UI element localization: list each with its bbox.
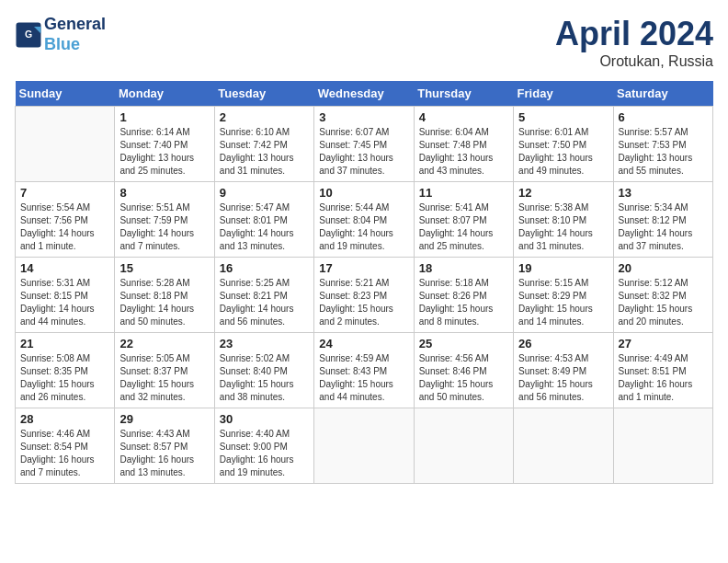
day-info: Sunrise: 5:25 AMSunset: 8:21 PMDaylight:… xyxy=(220,277,309,328)
calendar-cell: 20Sunrise: 5:12 AMSunset: 8:32 PMDayligh… xyxy=(613,258,712,333)
calendar-cell: 11Sunrise: 5:41 AMSunset: 8:07 PMDayligh… xyxy=(414,182,513,258)
calendar-cell: 2Sunrise: 6:10 AMSunset: 7:42 PMDaylight… xyxy=(214,107,313,182)
day-number: 2 xyxy=(220,110,309,124)
calendar-cell: 14Sunrise: 5:31 AMSunset: 8:15 PMDayligh… xyxy=(16,258,115,333)
calendar-cell: 19Sunrise: 5:15 AMSunset: 8:29 PMDayligh… xyxy=(514,258,613,333)
calendar-cell: 21Sunrise: 5:08 AMSunset: 8:35 PMDayligh… xyxy=(16,333,115,408)
week-row-4: 21Sunrise: 5:08 AMSunset: 8:35 PMDayligh… xyxy=(16,333,713,408)
month-title: April 2024 xyxy=(555,15,713,53)
calendar-cell: 13Sunrise: 5:34 AMSunset: 8:12 PMDayligh… xyxy=(613,182,712,258)
weekday-header-saturday: Saturday xyxy=(613,81,712,107)
calendar-cell: 8Sunrise: 5:51 AMSunset: 7:59 PMDaylight… xyxy=(115,182,214,258)
svg-text:G: G xyxy=(25,29,32,40)
day-info: Sunrise: 6:04 AMSunset: 7:48 PMDaylight:… xyxy=(419,126,508,178)
day-number: 5 xyxy=(518,110,608,124)
day-number: 7 xyxy=(20,186,109,200)
weekday-header-thursday: Thursday xyxy=(414,81,513,107)
calendar-cell: 26Sunrise: 4:53 AMSunset: 8:49 PMDayligh… xyxy=(514,333,613,408)
day-number: 26 xyxy=(518,337,608,350)
day-info: Sunrise: 6:07 AMSunset: 7:45 PMDaylight:… xyxy=(319,126,408,178)
day-number: 3 xyxy=(319,110,408,124)
calendar-cell xyxy=(414,408,513,484)
day-info: Sunrise: 5:34 AMSunset: 8:12 PMDaylight:… xyxy=(619,201,708,253)
weekday-header-row: SundayMondayTuesdayWednesdayThursdayFrid… xyxy=(16,81,713,107)
day-number: 1 xyxy=(119,110,209,124)
day-info: Sunrise: 5:02 AMSunset: 8:40 PMDaylight:… xyxy=(220,352,309,404)
day-info: Sunrise: 5:18 AMSunset: 8:26 PMDaylight:… xyxy=(419,277,508,328)
day-info: Sunrise: 5:41 AMSunset: 8:07 PMDaylight:… xyxy=(419,201,508,253)
day-number: 18 xyxy=(419,261,508,275)
day-number: 12 xyxy=(518,186,608,200)
calendar-cell: 4Sunrise: 6:04 AMSunset: 7:48 PMDaylight… xyxy=(414,107,513,182)
calendar-cell: 30Sunrise: 4:40 AMSunset: 9:00 PMDayligh… xyxy=(214,408,313,484)
week-row-1: 1Sunrise: 6:14 AMSunset: 7:40 PMDaylight… xyxy=(16,107,713,182)
day-number: 21 xyxy=(20,337,109,350)
weekday-header-sunday: Sunday xyxy=(16,81,115,107)
calendar-cell: 27Sunrise: 4:49 AMSunset: 8:51 PMDayligh… xyxy=(613,333,712,408)
calendar-cell: 24Sunrise: 4:59 AMSunset: 8:43 PMDayligh… xyxy=(314,333,414,408)
day-info: Sunrise: 5:51 AMSunset: 7:59 PMDaylight:… xyxy=(119,201,209,253)
calendar-cell xyxy=(514,408,613,484)
calendar-cell: 7Sunrise: 5:54 AMSunset: 7:56 PMDaylight… xyxy=(16,182,115,258)
calendar-cell: 16Sunrise: 5:25 AMSunset: 8:21 PMDayligh… xyxy=(214,258,313,333)
day-number: 9 xyxy=(220,186,309,200)
day-info: Sunrise: 5:12 AMSunset: 8:32 PMDaylight:… xyxy=(619,277,708,328)
week-row-3: 14Sunrise: 5:31 AMSunset: 8:15 PMDayligh… xyxy=(16,258,713,333)
calendar-cell: 23Sunrise: 5:02 AMSunset: 8:40 PMDayligh… xyxy=(214,333,313,408)
day-number: 22 xyxy=(119,337,209,350)
calendar-cell xyxy=(314,408,414,484)
day-info: Sunrise: 4:53 AMSunset: 8:49 PMDaylight:… xyxy=(518,352,608,404)
calendar-cell: 17Sunrise: 5:21 AMSunset: 8:23 PMDayligh… xyxy=(314,258,414,333)
day-number: 20 xyxy=(619,261,708,275)
day-info: Sunrise: 4:46 AMSunset: 8:54 PMDaylight:… xyxy=(20,428,109,479)
day-info: Sunrise: 5:05 AMSunset: 8:37 PMDaylight:… xyxy=(119,352,209,404)
calendar-cell xyxy=(16,107,115,182)
calendar-cell: 6Sunrise: 5:57 AMSunset: 7:53 PMDaylight… xyxy=(613,107,712,182)
day-info: Sunrise: 6:01 AMSunset: 7:50 PMDaylight:… xyxy=(518,126,608,178)
day-number: 14 xyxy=(20,261,109,275)
day-number: 17 xyxy=(319,261,408,275)
day-number: 30 xyxy=(220,412,309,426)
day-number: 10 xyxy=(319,186,408,200)
calendar-cell: 10Sunrise: 5:44 AMSunset: 8:04 PMDayligh… xyxy=(314,182,414,258)
day-info: Sunrise: 4:43 AMSunset: 8:57 PMDaylight:… xyxy=(119,428,209,479)
logo-icon: G xyxy=(15,21,42,49)
day-info: Sunrise: 4:59 AMSunset: 8:43 PMDaylight:… xyxy=(319,352,408,404)
weekday-header-wednesday: Wednesday xyxy=(314,81,414,107)
day-number: 19 xyxy=(518,261,608,275)
calendar-cell: 3Sunrise: 6:07 AMSunset: 7:45 PMDaylight… xyxy=(314,107,414,182)
calendar-table: SundayMondayTuesdayWednesdayThursdayFrid… xyxy=(15,81,713,484)
day-number: 15 xyxy=(119,261,209,275)
day-info: Sunrise: 5:28 AMSunset: 8:18 PMDaylight:… xyxy=(119,277,209,328)
day-info: Sunrise: 5:54 AMSunset: 7:56 PMDaylight:… xyxy=(20,201,109,253)
day-number: 23 xyxy=(220,337,309,350)
logo-text: GeneralBlue xyxy=(44,15,106,54)
weekday-header-friday: Friday xyxy=(514,81,613,107)
day-info: Sunrise: 5:44 AMSunset: 8:04 PMDaylight:… xyxy=(319,201,408,253)
day-number: 28 xyxy=(20,412,109,426)
calendar-cell: 25Sunrise: 4:56 AMSunset: 8:46 PMDayligh… xyxy=(414,333,513,408)
calendar-cell: 28Sunrise: 4:46 AMSunset: 8:54 PMDayligh… xyxy=(16,408,115,484)
calendar-cell: 22Sunrise: 5:05 AMSunset: 8:37 PMDayligh… xyxy=(115,333,214,408)
day-number: 16 xyxy=(220,261,309,275)
day-info: Sunrise: 6:10 AMSunset: 7:42 PMDaylight:… xyxy=(220,126,309,178)
day-info: Sunrise: 5:15 AMSunset: 8:29 PMDaylight:… xyxy=(518,277,608,328)
day-info: Sunrise: 5:57 AMSunset: 7:53 PMDaylight:… xyxy=(619,126,708,178)
day-number: 27 xyxy=(619,337,708,350)
day-info: Sunrise: 5:31 AMSunset: 8:15 PMDaylight:… xyxy=(20,277,109,328)
day-number: 29 xyxy=(119,412,209,426)
day-number: 6 xyxy=(619,110,708,124)
day-number: 25 xyxy=(419,337,508,350)
day-info: Sunrise: 5:38 AMSunset: 8:10 PMDaylight:… xyxy=(518,201,608,253)
logo: G GeneralBlue xyxy=(15,15,106,54)
day-info: Sunrise: 4:56 AMSunset: 8:46 PMDaylight:… xyxy=(419,352,508,404)
page-header: G GeneralBlue April 2024 Orotukan, Russi… xyxy=(15,15,713,70)
day-number: 4 xyxy=(419,110,508,124)
calendar-cell: 5Sunrise: 6:01 AMSunset: 7:50 PMDaylight… xyxy=(514,107,613,182)
calendar-cell: 29Sunrise: 4:43 AMSunset: 8:57 PMDayligh… xyxy=(115,408,214,484)
weekday-header-tuesday: Tuesday xyxy=(214,81,313,107)
day-number: 24 xyxy=(319,337,408,350)
title-block: April 2024 Orotukan, Russia xyxy=(555,15,713,70)
day-info: Sunrise: 5:21 AMSunset: 8:23 PMDaylight:… xyxy=(319,277,408,328)
day-info: Sunrise: 4:40 AMSunset: 9:00 PMDaylight:… xyxy=(220,428,309,479)
